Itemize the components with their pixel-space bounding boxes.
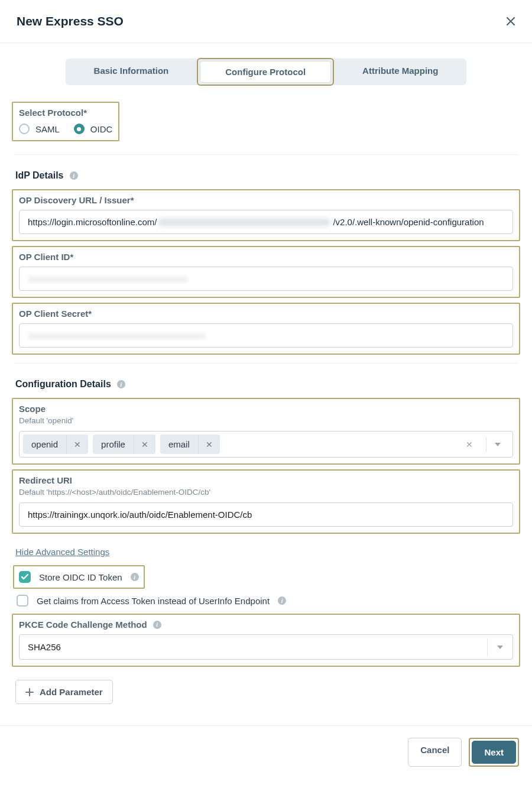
add-parameter-label: Add Parameter [40, 687, 103, 697]
scope-chip-openid: openid ✕ [23, 434, 88, 454]
op-client-secret-block: OP Client Secret* [12, 303, 520, 355]
pkce-label-row: PKCE Code Challenge Method i [19, 620, 513, 630]
redirect-uri-block: Redirect URI Default 'https://<host>/aut… [12, 469, 520, 534]
store-oidc-token-label: Store OIDC ID Token [39, 572, 122, 582]
scope-chip-profile: profile ✕ [93, 434, 155, 454]
modal-header: New Express SSO [0, 0, 532, 43]
pkce-select[interactable]: SHA256 [19, 634, 513, 660]
access-token-claims-label: Get claims from Access Token instead of … [37, 596, 270, 606]
redirect-uri-input[interactable] [19, 502, 513, 527]
select-protocol-label: Select Protocol* [19, 108, 112, 118]
op-discovery-block: OP Discovery URL / Issuer* https://login… [12, 189, 520, 241]
tab-attribute-mapping[interactable]: Attribute Mapping [334, 59, 466, 85]
tabs: Basic Information Configure Protocol Att… [0, 43, 532, 95]
checkbox-icon [17, 595, 28, 607]
pkce-label: PKCE Code Challenge Method [19, 620, 147, 630]
modal-footer: Cancel Next [0, 725, 532, 782]
radio-saml[interactable]: SAML [19, 124, 60, 134]
redirect-uri-label: Redirect URI [19, 475, 513, 485]
divider [14, 363, 518, 364]
tab-configure-protocol[interactable]: Configure Protocol [197, 58, 334, 86]
op-discovery-prefix: https://login.microsoftonline.com/ [28, 217, 157, 227]
op-client-id-input[interactable] [19, 267, 513, 291]
tab-configure-protocol-label: Configure Protocol [200, 61, 331, 83]
plus-icon [25, 688, 34, 696]
chip-remove-icon[interactable]: ✕ [66, 435, 88, 454]
store-oidc-token-checkbox[interactable]: Store OIDC ID Token i [18, 569, 140, 585]
hide-advanced-settings-link[interactable]: Hide Advanced Settings [15, 547, 109, 557]
checkbox-icon [19, 571, 31, 583]
info-icon[interactable]: i [278, 596, 286, 605]
op-discovery-label: OP Discovery URL / Issuer* [19, 195, 513, 205]
op-client-secret-label: OP Client Secret* [19, 309, 513, 319]
scope-block: Scope Default 'openid' openid ✕ profile … [12, 398, 520, 465]
op-discovery-input[interactable]: https://login.microsoftonline.com/ /v2.0… [19, 210, 513, 234]
page-title: New Express SSO [17, 14, 124, 28]
op-discovery-suffix: /v2.0/.well-known/openid-configuration [333, 217, 484, 227]
op-client-id-block: OP Client ID* [12, 246, 520, 298]
radio-saml-label: SAML [35, 124, 60, 134]
next-button-highlight: Next [469, 738, 519, 767]
add-parameter-button[interactable]: Add Parameter [15, 680, 113, 704]
config-details-heading: Configuration Details i [15, 379, 517, 390]
store-oidc-token-block: Store OIDC ID Token i [13, 565, 145, 589]
info-icon[interactable]: i [153, 621, 161, 629]
info-icon[interactable]: i [131, 573, 139, 581]
clear-all-icon[interactable]: ✕ [458, 440, 481, 449]
radio-oidc-label: OIDC [90, 124, 113, 134]
close-icon[interactable] [506, 17, 515, 26]
pkce-value: SHA256 [20, 635, 487, 659]
scope-chip-email: email ✕ [160, 434, 220, 454]
scope-input[interactable]: openid ✕ profile ✕ email ✕ ✕ [19, 431, 513, 458]
chevron-down-icon[interactable] [487, 638, 512, 656]
access-token-claims-checkbox[interactable]: Get claims from Access Token instead of … [15, 592, 520, 609]
pkce-block: PKCE Code Challenge Method i SHA256 [12, 614, 520, 667]
chip-remove-icon[interactable]: ✕ [134, 435, 155, 454]
cancel-button[interactable]: Cancel [408, 738, 462, 767]
next-button[interactable]: Next [472, 741, 516, 764]
info-icon[interactable]: i [70, 171, 78, 180]
divider [14, 154, 518, 155]
scope-sublabel: Default 'openid' [19, 416, 513, 425]
chevron-down-icon[interactable] [486, 437, 509, 452]
tab-basic-information[interactable]: Basic Information [66, 59, 197, 85]
op-client-secret-input[interactable] [19, 323, 513, 348]
select-protocol-block: Select Protocol* SAML OIDC [12, 102, 119, 141]
op-discovery-masked [159, 219, 330, 226]
radio-oidc[interactable]: OIDC [74, 124, 113, 134]
scope-label: Scope [19, 404, 513, 414]
idp-details-heading: IdP Details i [15, 170, 517, 181]
info-icon[interactable]: i [117, 380, 125, 388]
redirect-uri-sublabel: Default 'https://<host>/auth/oidc/Enable… [19, 488, 513, 497]
chip-remove-icon[interactable]: ✕ [198, 435, 220, 454]
op-client-id-label: OP Client ID* [19, 252, 513, 262]
